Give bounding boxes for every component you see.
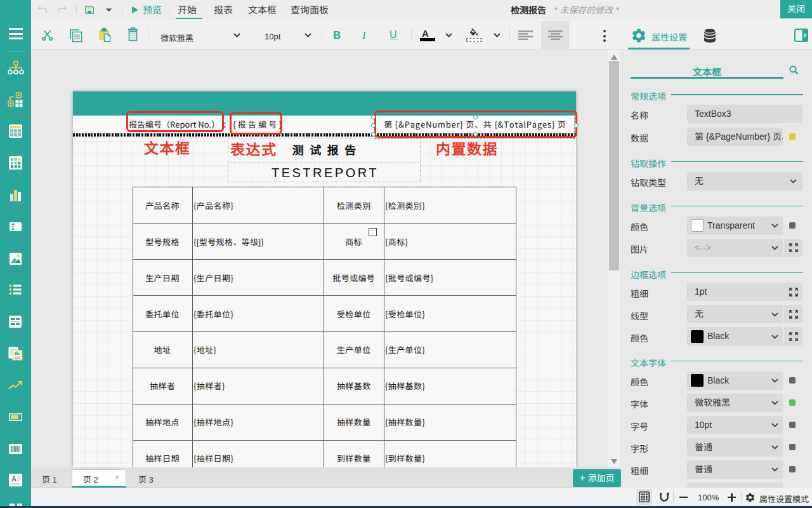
svg-text:A: A	[11, 475, 16, 483]
